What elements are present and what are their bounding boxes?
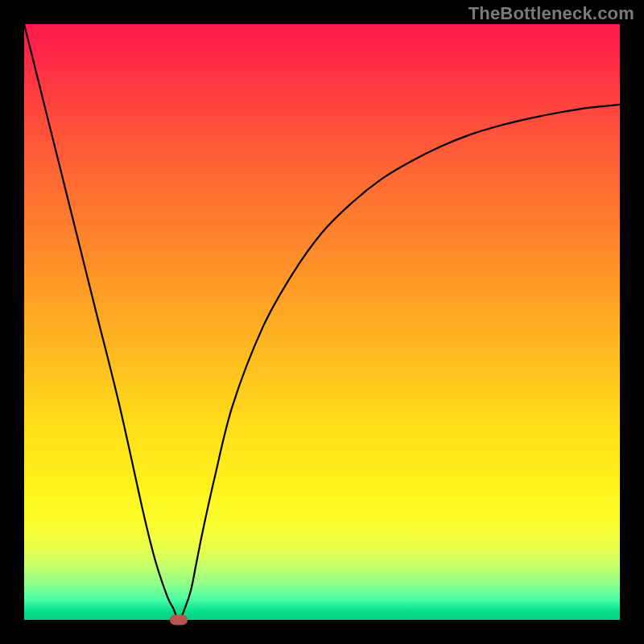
watermark-text: TheBottleneck.com	[469, 3, 634, 24]
minimum-marker	[170, 615, 188, 625]
chart-frame: TheBottleneck.com	[0, 0, 644, 644]
plot-area	[24, 24, 620, 620]
bottleneck-curve	[24, 24, 620, 620]
curve-svg	[24, 24, 620, 620]
